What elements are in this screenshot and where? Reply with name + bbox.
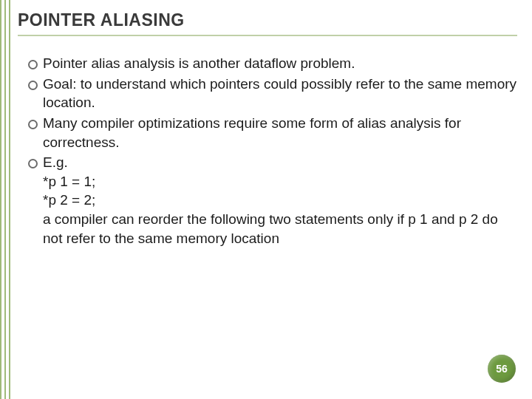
list-item: Goal: to understand which pointers could… bbox=[28, 75, 517, 112]
slide-title: POINTER ALIASING bbox=[18, 10, 517, 36]
decor-stripe bbox=[9, 0, 10, 399]
list-item: Many compiler optimizations require some… bbox=[28, 114, 517, 151]
page-number: 56 bbox=[496, 363, 508, 375]
list-item: E.g. *p 1 = 1; *p 2 = 2; a compiler can … bbox=[28, 153, 517, 248]
bullet-subline: *p 2 = 2; bbox=[43, 191, 517, 210]
bullet-text: Goal: to understand which pointers could… bbox=[43, 76, 516, 111]
bullet-subline: *p 1 = 1; bbox=[43, 172, 517, 191]
list-item: Pointer alias analysis is another datafl… bbox=[28, 54, 517, 73]
decor-stripe bbox=[0, 0, 1, 399]
slide-content: POINTER ALIASING Pointer alias analysis … bbox=[18, 10, 517, 249]
bullet-list: Pointer alias analysis is another datafl… bbox=[18, 54, 517, 248]
bullet-subline: a compiler can reorder the following two… bbox=[43, 210, 517, 248]
decor-stripe bbox=[4, 0, 6, 399]
bullet-text: Many compiler optimizations require some… bbox=[43, 115, 461, 150]
bullet-text: E.g. bbox=[43, 154, 68, 170]
bullet-text: Pointer alias analysis is another datafl… bbox=[43, 55, 355, 71]
page-number-badge: 56 bbox=[488, 355, 516, 383]
